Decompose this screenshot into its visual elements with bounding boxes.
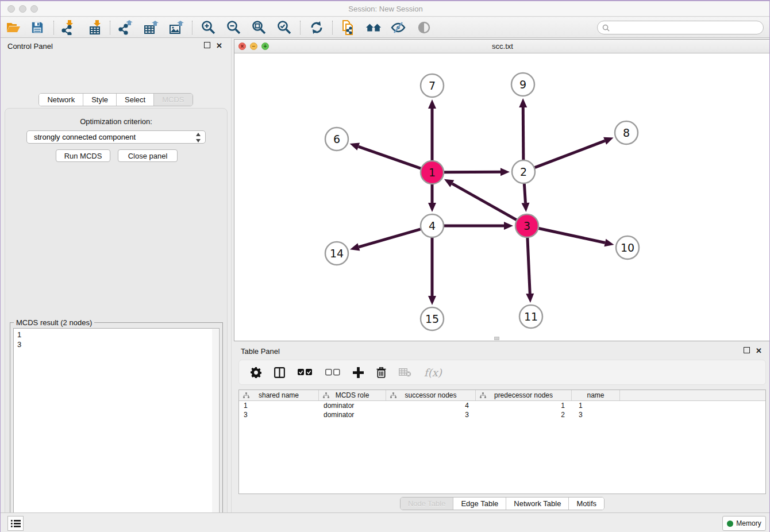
- column-header-predecessor-nodes[interactable]: predecessor nodes: [476, 390, 572, 400]
- chevron-up-down-icon: [195, 133, 201, 142]
- table-cell[interactable]: 1: [239, 401, 319, 410]
- close-panel-icon[interactable]: ✕: [215, 42, 223, 49]
- network-canvas[interactable]: 7968124314101511: [234, 53, 770, 341]
- edge-2-9[interactable]: [523, 107, 523, 160]
- gear-icon[interactable]: [251, 367, 261, 378]
- run-mcds-button[interactable]: Run MCDS: [56, 149, 110, 162]
- table-cell[interactable]: dominator: [319, 401, 386, 410]
- import-table-icon[interactable]: [88, 20, 104, 35]
- tab-node-table[interactable]: Node Table: [401, 498, 454, 510]
- table-row[interactable]: 1dominator411: [239, 401, 765, 410]
- arrowhead-icon: [603, 137, 613, 145]
- delete-table-icon[interactable]: [399, 368, 411, 377]
- column-header-successor-nodes[interactable]: successor nodes: [386, 390, 476, 400]
- list-icon: [11, 519, 21, 528]
- tab-style[interactable]: Style: [83, 94, 117, 106]
- node-label-8: 8: [623, 126, 630, 139]
- result-line: 3: [17, 340, 215, 349]
- tab-select[interactable]: Select: [117, 94, 154, 106]
- table-row[interactable]: 3dominator323: [239, 410, 765, 419]
- arrowhead-icon: [519, 98, 527, 107]
- function-builder-icon[interactable]: f(x): [424, 367, 442, 379]
- canvas-resize-handle[interactable]: [494, 337, 499, 340]
- open-session-icon[interactable]: [5, 20, 21, 35]
- column-header-label: name: [587, 391, 604, 399]
- edge-1-2[interactable]: [444, 172, 500, 172]
- table-cell[interactable]: 3: [386, 410, 476, 419]
- node-label-4: 4: [429, 219, 436, 232]
- columns-icon[interactable]: [274, 367, 285, 378]
- zoom-selected-icon[interactable]: [276, 20, 292, 35]
- edge-2-3[interactable]: [524, 184, 525, 203]
- mcds-result-title: MCDS result (2 nodes): [14, 318, 94, 327]
- edge-3-11[interactable]: [528, 238, 530, 294]
- edge-1-6[interactable]: [359, 147, 421, 168]
- toolbar-separator: [300, 21, 301, 34]
- control-panel-title: Control Panel: [7, 42, 53, 51]
- first-neighbors-icon[interactable]: [365, 20, 382, 35]
- mcds-result-text[interactable]: 13: [13, 328, 220, 532]
- edge-4-14[interactable]: [359, 229, 420, 247]
- search-field[interactable]: [613, 24, 763, 32]
- memory-button[interactable]: Memory: [722, 516, 766, 531]
- result-scrollbar[interactable]: [212, 329, 218, 532]
- table-cell[interactable]: 1: [572, 401, 620, 410]
- tab-edge-table[interactable]: Edge Table: [453, 498, 506, 510]
- zoom-out-icon[interactable]: [226, 20, 242, 35]
- edge-2-8[interactable]: [535, 141, 605, 167]
- import-network-icon[interactable]: [60, 20, 76, 35]
- table-cell[interactable]: 1: [476, 401, 572, 410]
- column-header-shared-name[interactable]: shared name: [239, 390, 319, 400]
- column-header-label: predecessor nodes: [494, 391, 553, 399]
- result-lines: 13: [17, 330, 215, 349]
- deselect-all-icon[interactable]: [325, 369, 340, 376]
- arrowhead-icon: [350, 243, 360, 250]
- hierarchy-icon: [480, 392, 486, 399]
- edge-3-1[interactable]: [452, 184, 517, 220]
- close-panel-button[interactable]: Close panel: [118, 149, 178, 162]
- zoom-fit-icon[interactable]: [251, 20, 267, 35]
- tab-mcds[interactable]: MCDS: [154, 94, 192, 106]
- add-icon[interactable]: [353, 367, 364, 378]
- task-history-button[interactable]: [7, 516, 24, 531]
- toolbar-separator: [110, 21, 110, 34]
- zoom-in-icon[interactable]: [201, 20, 217, 35]
- tab-motifs[interactable]: Motifs: [569, 498, 604, 510]
- export-network-icon[interactable]: [118, 20, 134, 35]
- tab-network[interactable]: Network: [39, 94, 83, 106]
- table-cell[interactable]: 3: [239, 410, 319, 419]
- table-cell[interactable]: 3: [572, 410, 620, 419]
- apply-layout-icon[interactable]: [309, 20, 325, 35]
- graph-svg[interactable]: 7968124314101511: [234, 53, 770, 341]
- table-body: 1dominator4113dominator323: [239, 401, 765, 419]
- table-panel-title: Table Panel: [241, 347, 280, 356]
- export-table-icon[interactable]: [143, 20, 159, 35]
- hide-selected-icon[interactable]: [390, 20, 406, 35]
- optimization-criterion-label: Optimization criterion:: [5, 117, 227, 126]
- mcds-result-group: MCDS result (2 nodes) 13: [10, 322, 223, 532]
- network-window-titlebar[interactable]: × − + scc.txt: [234, 40, 770, 53]
- edge-3-10[interactable]: [539, 228, 605, 242]
- table-cell[interactable]: dominator: [319, 410, 386, 419]
- node-label-11: 11: [524, 310, 538, 323]
- table-cell[interactable]: 4: [386, 401, 476, 410]
- float-table-panel-icon[interactable]: [744, 347, 750, 353]
- table-header-row: shared nameMCDS rolesuccessor nodesprede…: [239, 390, 765, 401]
- save-session-icon[interactable]: [29, 20, 45, 35]
- column-header-label: MCDS role: [336, 391, 369, 399]
- hierarchy-icon: [243, 392, 249, 399]
- column-header-MCDS-role[interactable]: MCDS role: [319, 390, 386, 400]
- table-cell[interactable]: 2: [476, 410, 572, 419]
- export-image-icon[interactable]: [168, 20, 184, 35]
- select-all-icon[interactable]: [298, 369, 313, 376]
- close-table-panel-icon[interactable]: ✕: [755, 347, 763, 354]
- show-all-icon[interactable]: [416, 20, 432, 35]
- new-network-from-selection-icon[interactable]: [340, 20, 356, 35]
- optimization-criterion-select[interactable]: strongly connected component: [26, 130, 206, 144]
- search-input[interactable]: [597, 21, 764, 34]
- delete-icon[interactable]: [376, 367, 386, 378]
- float-panel-icon[interactable]: [204, 42, 210, 48]
- tab-network-table[interactable]: Network Table: [506, 498, 569, 510]
- column-header-name[interactable]: name: [572, 390, 620, 400]
- node-table: shared nameMCDS rolesuccessor nodesprede…: [238, 390, 766, 494]
